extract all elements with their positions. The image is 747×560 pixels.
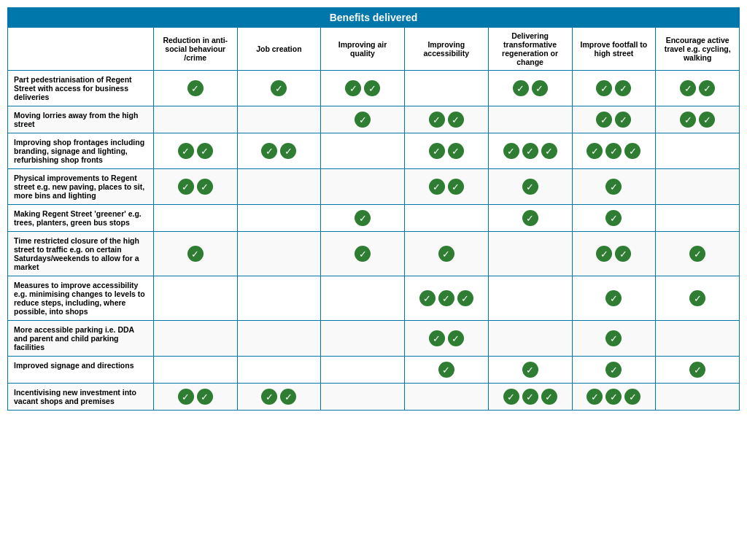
check-icon: ✓ (429, 179, 445, 195)
check-cell-6-6: ✓ (656, 276, 740, 321)
check-cell-8-6: ✓ (656, 357, 740, 384)
check-icon: ✓ (605, 362, 622, 378)
table-row: Part pedestrianisation of Regent Street … (8, 71, 740, 106)
row-label-8: Improved signage and directions (8, 357, 154, 384)
check-icon: ✓ (699, 80, 715, 96)
check-cell-1-0 (153, 106, 237, 133)
check-icon: ✓ (355, 112, 371, 128)
check-icon: ✓ (689, 362, 705, 378)
check-icon: ✓ (605, 290, 622, 306)
check-icon: ✓ (187, 246, 204, 262)
table-row: Measures to improve accessibility e.g. m… (8, 276, 740, 321)
check-icon: ✓ (522, 210, 538, 226)
table-title: Benefits delivered (8, 8, 740, 28)
check-icon: ✓ (280, 143, 296, 159)
check-cell-5-6: ✓ (656, 232, 740, 276)
check-cell-3-2 (321, 169, 405, 205)
check-cell-5-3: ✓ (404, 232, 488, 276)
check-icon: ✓ (615, 112, 631, 128)
check-icon: ✓ (596, 80, 612, 96)
row-label-2: Improving shop frontages including brand… (8, 133, 154, 169)
check-icon: ✓ (438, 362, 454, 378)
table-row: Time restricted closure of the high stre… (8, 232, 740, 276)
check-icon: ✓ (503, 143, 519, 159)
check-cell-5-4 (488, 232, 572, 276)
col-header-col0 (8, 28, 154, 71)
check-icon: ✓ (522, 389, 538, 405)
check-cell-1-5: ✓✓ (572, 106, 656, 133)
row-label-6: Measures to improve accessibility e.g. m… (8, 276, 154, 321)
table-row: Improved signage and directions✓✓✓✓ (8, 357, 740, 384)
check-icon: ✓ (178, 389, 194, 405)
check-icon: ✓ (271, 80, 287, 96)
check-cell-1-2: ✓ (321, 106, 405, 133)
check-icon: ✓ (615, 80, 631, 96)
table-row: Incentivising new investment into vacant… (8, 384, 740, 411)
check-icon: ✓ (429, 143, 445, 159)
col-header-col2: Job creation (237, 28, 321, 71)
row-label-5: Time restricted closure of the high stre… (8, 232, 154, 276)
check-cell-7-2 (321, 321, 405, 357)
check-icon: ✓ (448, 179, 464, 195)
check-cell-2-0: ✓✓ (153, 133, 237, 169)
check-cell-5-5: ✓✓ (572, 232, 656, 276)
check-cell-9-3 (404, 384, 488, 411)
row-label-3: Physical improvements to Regent street e… (8, 169, 154, 205)
check-cell-8-1 (237, 357, 321, 384)
check-icon: ✓ (522, 179, 538, 195)
check-icon: ✓ (197, 389, 213, 405)
check-cell-7-1 (237, 321, 321, 357)
check-icon: ✓ (541, 389, 557, 405)
check-icon: ✓ (605, 330, 622, 346)
check-icon: ✓ (197, 143, 213, 159)
check-cell-1-4 (488, 106, 572, 133)
check-cell-2-5: ✓✓✓ (572, 133, 656, 169)
check-cell-3-1 (237, 169, 321, 205)
check-icon: ✓ (429, 330, 445, 346)
check-icon: ✓ (680, 80, 696, 96)
check-cell-3-3: ✓✓ (404, 169, 488, 205)
check-cell-0-4: ✓✓ (488, 71, 572, 106)
check-cell-7-4 (488, 321, 572, 357)
check-cell-0-0: ✓ (153, 71, 237, 106)
check-icon: ✓ (429, 112, 445, 128)
table-row: Making Regent Street 'greener' e.g. tree… (8, 205, 740, 232)
check-cell-5-2: ✓ (321, 232, 405, 276)
check-icon: ✓ (624, 389, 640, 405)
check-icon: ✓ (345, 80, 361, 96)
check-icon: ✓ (624, 143, 640, 159)
col-header-col5: Delivering transformative regeneration o… (488, 28, 572, 71)
check-cell-9-5: ✓✓✓ (572, 384, 656, 411)
table-row: More accessible parking i.e. DDA and par… (8, 321, 740, 357)
check-cell-4-5: ✓ (572, 205, 656, 232)
check-icon: ✓ (699, 112, 715, 128)
col-header-col4: Improving accessibility (404, 28, 488, 71)
check-icon: ✓ (448, 330, 464, 346)
check-icon: ✓ (448, 143, 464, 159)
check-icon: ✓ (438, 246, 454, 262)
check-cell-1-3: ✓✓ (404, 106, 488, 133)
row-label-7: More accessible parking i.e. DDA and par… (8, 321, 154, 357)
check-cell-4-1 (237, 205, 321, 232)
check-cell-6-3: ✓✓✓ (404, 276, 488, 321)
check-icon: ✓ (364, 80, 380, 96)
check-cell-2-6 (656, 133, 740, 169)
check-cell-4-0 (153, 205, 237, 232)
check-cell-6-0 (153, 276, 237, 321)
check-cell-6-2 (321, 276, 405, 321)
check-icon: ✓ (513, 80, 529, 96)
check-cell-4-6 (656, 205, 740, 232)
col-header-col7: Encourage active travel e.g. cycling, wa… (656, 28, 740, 71)
check-icon: ✓ (280, 389, 296, 405)
check-cell-0-3 (404, 71, 488, 106)
check-icon: ✓ (605, 143, 622, 159)
benefits-table: Benefits delivered Reduction in anti-soc… (7, 7, 740, 411)
check-cell-3-6 (656, 169, 740, 205)
check-cell-9-1: ✓✓ (237, 384, 321, 411)
col-header-col6: Improve footfall to high street (572, 28, 656, 71)
check-cell-7-0 (153, 321, 237, 357)
check-icon: ✓ (178, 179, 194, 195)
check-icon: ✓ (457, 290, 473, 306)
check-cell-3-4: ✓ (488, 169, 572, 205)
check-icon: ✓ (605, 389, 622, 405)
